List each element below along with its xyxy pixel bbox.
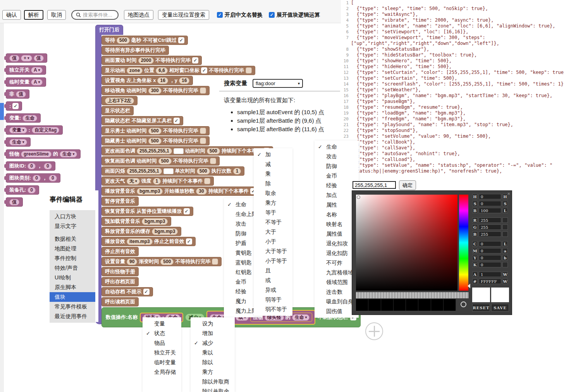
statement-block[interactable]: 释放背景音乐的缓存bgm.mp3: [101, 227, 181, 236]
statement-block[interactable]: 更改天气无强度1持续到下个本事件: [101, 176, 214, 186]
menu-item[interactable]: 除: [254, 179, 292, 188]
statement-block[interactable]: 恢复背景音乐 从暂停位置继续播放✓: [101, 207, 193, 216]
block-field[interactable]: 6,6: [156, 67, 168, 74]
picker-side-button[interactable]: S: [502, 201, 508, 206]
reset-button[interactable]: RESET: [472, 304, 490, 312]
picker-side-button[interactable]: [502, 217, 508, 223]
block-field[interactable]: 值: [34, 55, 44, 62]
value-block[interactable]: 值+值: [6, 53, 47, 63]
close-icon[interactable]: ×: [507, 191, 510, 197]
block-dropdown[interactable]: 生命: [60, 151, 77, 157]
gradient-cursor[interactable]: [357, 195, 360, 199]
block-checkbox-checked[interactable]: ✓: [174, 118, 180, 124]
block-checkbox-unchecked[interactable]: [204, 178, 210, 184]
confirm-button[interactable]: 确认: [2, 10, 21, 20]
menu-item[interactable]: 小于: [254, 237, 292, 246]
block-field[interactable]: 2000: [138, 57, 154, 64]
picker-side-button[interactable]: W: [502, 279, 508, 284]
menu-item[interactable]: 金币: [315, 171, 359, 181]
menu-item[interactable]: 且: [254, 266, 292, 276]
menu-item[interactable]: 攻击: [315, 152, 359, 161]
picker-field-value[interactable]: 255: [479, 231, 501, 237]
picker-side-button[interactable]: [502, 224, 508, 230]
statement-block[interactable]: 隐藏勇士 动画时间500不等待执行完毕: [101, 136, 210, 146]
value-block[interactable]: 值: [6, 197, 23, 207]
menu-item[interactable]: 乘方: [254, 198, 292, 208]
chinese-name-toggle[interactable]: ✓ 开启中文名替换: [217, 12, 263, 19]
menu-item[interactable]: 状态: [143, 329, 181, 338]
statement-block[interactable]: 呼出存档页面: [101, 277, 139, 286]
statement-block[interactable]: 预加载背景音乐bgm.mp3: [101, 217, 171, 226]
statement-block[interactable]: 设置音量90渐变时间500不等待执行完毕: [101, 257, 222, 266]
search-input[interactable]: [83, 12, 115, 18]
picker-field-label[interactable]: A: [472, 272, 478, 277]
parse-button[interactable]: 解析: [24, 10, 43, 20]
picker-field-value[interactable]: 0: [479, 201, 501, 206]
block-field[interactable]: bgm.mp3: [142, 218, 168, 225]
block-checkbox-checked[interactable]: ✓: [184, 208, 190, 214]
statement-block[interactable]: 显示勇士 动画时间500不等待执行完毕: [101, 126, 210, 135]
picker-side-button[interactable]: [502, 231, 508, 237]
block-field[interactable]: 255,255,255,1: [127, 168, 162, 175]
picker-field-label[interactable]: H: [472, 194, 478, 199]
expand-logic-toggle[interactable]: ✓ 展开值块逻辑运算: [269, 12, 320, 19]
picker-side-button[interactable]: a: [502, 248, 508, 253]
block-field[interactable]: 0: [28, 187, 36, 193]
statement-block[interactable]: 暂停背景音乐: [101, 197, 139, 206]
picker-side-button[interactable]: L: [502, 241, 508, 246]
menu-item[interactable]: 异或: [254, 285, 292, 295]
block-checkbox-checked[interactable]: ✓: [201, 67, 207, 74]
value-block[interactable]: 变量:自定义flag: [6, 125, 63, 135]
statement-block[interactable]: 上右3下2左: [101, 96, 138, 105]
checkbox-checked-icon[interactable]: ✓: [269, 12, 275, 18]
map-pick-button[interactable]: 地图选点: [124, 10, 153, 20]
statement-block[interactable]: 画面闪烁255,255,255,1单次时间500执行次数1: [101, 166, 244, 176]
block-field[interactable]: 500: [160, 258, 174, 265]
value-block[interactable]: 图块ID:0，0: [6, 161, 55, 171]
menu-item[interactable]: 物品: [143, 338, 181, 348]
block-field[interactable]: 500: [207, 148, 220, 154]
picker-field-label[interactable]: Y: [472, 255, 478, 260]
save-button[interactable]: SAVE: [491, 304, 509, 312]
picker-field-value[interactable]: 100: [479, 208, 501, 213]
statement-block[interactable]: 画面震动 时间2000不等待执行完毕✓: [101, 56, 202, 65]
statement-block[interactable]: 恢复画面色调 动画时间500不等待执行完毕: [101, 156, 220, 166]
variable-select[interactable]: flag:door ▾: [253, 79, 303, 88]
statement-block[interactable]: 等待500毫秒 不可被Ctrl跳过✓: [101, 36, 188, 45]
block-field[interactable]: 0: [33, 175, 41, 181]
statement-block[interactable]: 等待所有异步事件执行完毕: [101, 46, 169, 55]
picker-side-button[interactable]: W: [502, 272, 508, 277]
block-checkbox-unchecked[interactable]: [210, 158, 216, 164]
enemy-attr-dropdown[interactable]: 生命: [292, 314, 310, 321]
block-field[interactable]: 30: [196, 188, 206, 195]
block-dropdown[interactable]: A: [31, 79, 43, 86]
menu-item[interactable]: 加: [254, 150, 292, 159]
picker-field-value[interactable]: 1: [479, 272, 501, 277]
value-block[interactable]: 装备孔:0: [6, 185, 39, 195]
category-item[interactable]: 特效/声音: [50, 263, 95, 273]
menu-item[interactable]: 等于: [254, 208, 292, 217]
color-preview-field[interactable]: [163, 168, 174, 174]
statement-block[interactable]: 设置视角 左上角坐标 x16，y16: [101, 76, 193, 85]
block-checkbox-checked[interactable]: ✓: [186, 238, 192, 245]
block-field[interactable]: 1: [233, 168, 241, 175]
block-field[interactable]: 500: [148, 138, 162, 144]
category-item[interactable]: 最近使用事件: [50, 312, 95, 321]
swatch-row[interactable]: [356, 299, 456, 311]
picker-field-label[interactable]: R: [472, 217, 478, 223]
block-dropdown[interactable]: 生命: [9, 139, 27, 146]
picker-side-button[interactable]: H: [502, 194, 508, 199]
hue-slider[interactable]: [459, 195, 468, 291]
picker-field-value[interactable]: FFFFFF: [479, 279, 501, 284]
statement-block[interactable]: 停止所有音效: [101, 247, 139, 256]
var-position-search-button[interactable]: 变量出现位置搜索: [158, 10, 209, 20]
picker-field-label[interactable]: B: [472, 231, 478, 237]
menu-item[interactable]: 除以并取余: [191, 387, 235, 392]
block-field[interactable]: bgm.mp3: [137, 188, 163, 195]
menu-item[interactable]: 经验: [315, 181, 359, 190]
block-field[interactable]: 90: [127, 258, 137, 265]
statement-block[interactable]: 隐藏状态栏 不隐藏竖屏工具栏✓: [101, 116, 183, 125]
picker-side-button[interactable]: L: [502, 208, 508, 213]
checkbox-checked-icon[interactable]: ✓: [217, 12, 223, 18]
block-field[interactable]: 上右3下2左: [105, 98, 134, 104]
